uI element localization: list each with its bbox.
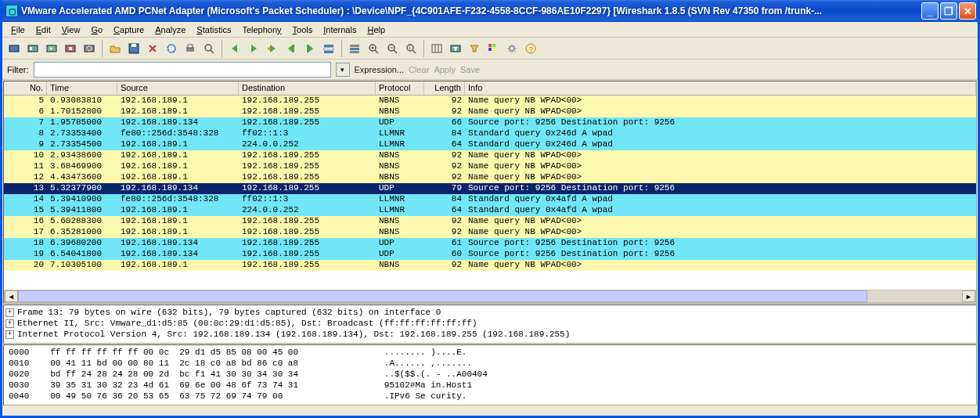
packet-row[interactable]: 102.93438600192.168.189.1192.168.189.255… <box>4 150 976 161</box>
menu-capture[interactable]: Capture <box>108 23 150 36</box>
packet-row[interactable]: 113.68469900192.168.189.1192.168.189.255… <box>4 161 976 172</box>
interfaces-button[interactable] <box>5 40 23 57</box>
scroll-right-button[interactable]: ► <box>962 290 975 302</box>
menu-view[interactable]: View <box>56 23 86 36</box>
last-button[interactable] <box>301 40 319 57</box>
menu-edit[interactable]: Edit <box>31 23 56 36</box>
filter-input[interactable] <box>34 62 331 77</box>
col-protocol[interactable]: Protocol <box>376 81 424 95</box>
maximize-button[interactable]: ❐ <box>940 2 957 20</box>
packet-bytes-pane[interactable]: 0000 ff ff ff ff ff ff 00 0c 29 d1 d5 85… <box>3 344 977 405</box>
scroll-left-button[interactable]: ◄ <box>5 290 18 302</box>
svg-marker-16 <box>251 45 257 52</box>
scroll-track[interactable] <box>18 290 962 302</box>
coloring-button[interactable] <box>485 40 502 57</box>
hex-row[interactable]: 0040 00 49 50 76 36 20 53 65 63 75 72 69… <box>9 391 971 402</box>
zoom-reset-button[interactable]: 1 <box>402 40 420 57</box>
detail-row[interactable]: +Ethernet II, Src: Vmware_d1:d5:85 (00:0… <box>5 318 975 329</box>
reload-button[interactable] <box>163 40 180 57</box>
cell-info: Standard query 0x246d A wpad <box>465 128 976 139</box>
save-icon <box>128 42 140 55</box>
first-button[interactable] <box>283 40 300 57</box>
menu-analyze[interactable]: Analyze <box>150 23 191 36</box>
prefs-button[interactable] <box>503 40 521 57</box>
expand-icon[interactable]: + <box>5 319 14 328</box>
resize-button[interactable] <box>428 40 445 57</box>
col-info[interactable]: Info <box>465 81 976 95</box>
packet-row[interactable]: 207.10305100192.168.189.1192.168.189.255… <box>4 260 976 271</box>
menu-go[interactable]: Go <box>85 23 108 36</box>
display-filter-button[interactable] <box>466 40 483 57</box>
minimize-button[interactable]: _ <box>921 2 939 20</box>
hex-row[interactable]: 0020 bd ff 24 28 24 28 00 2d bc f1 41 30… <box>9 369 971 380</box>
packet-row[interactable]: 145.39410900fe80::256d:3548:328ff02::1:3… <box>4 194 976 205</box>
packet-row[interactable]: 196.54041800192.168.189.134192.168.189.2… <box>4 249 976 260</box>
col-no[interactable]: No. <box>4 81 47 95</box>
stop-button[interactable] <box>62 40 79 57</box>
cell-info: Name query NB WPAD<00> <box>465 161 976 172</box>
packet-row[interactable]: 165.60288300192.168.189.1192.168.189.255… <box>4 216 976 227</box>
help-button[interactable]: ? <box>522 40 539 57</box>
cell-destination: 192.168.189.255 <box>239 183 376 194</box>
svg-rect-24 <box>324 48 333 50</box>
forward-button[interactable] <box>245 40 262 57</box>
scroll-thumb[interactable] <box>18 290 867 302</box>
cell-no: 17 <box>4 227 47 238</box>
packet-row[interactable]: 92.73354500192.168.189.1224.0.0.252LLMNR… <box>4 139 976 150</box>
cell-destination: 192.168.189.255 <box>239 260 376 271</box>
start-button[interactable] <box>43 40 60 57</box>
col-destination[interactable]: Destination <box>239 81 376 95</box>
packet-row[interactable]: 155.39411800192.168.189.1224.0.0.252LLMN… <box>4 205 976 216</box>
menu-file[interactable]: File <box>5 23 31 36</box>
find-button[interactable] <box>200 40 218 57</box>
packet-row[interactable]: 50.93083810192.168.189.1192.168.189.255N… <box>4 95 976 106</box>
filter-dropdown-button[interactable]: ▾ <box>336 63 350 77</box>
detail-row[interactable]: +Internet Protocol Version 4, Src: 192.1… <box>5 329 975 340</box>
packet-row[interactable]: 82.73353400fe80::256d:3548:328ff02::1:3L… <box>4 128 976 139</box>
packet-row[interactable]: 71.95785000192.168.189.134192.168.189.25… <box>4 117 976 128</box>
restart-button[interactable] <box>81 40 98 57</box>
packet-row[interactable]: 186.39680200192.168.189.134192.168.189.2… <box>4 238 976 249</box>
menu-statistics[interactable]: Statistics <box>191 23 236 36</box>
menu-help[interactable]: Help <box>362 23 391 36</box>
colorize-icon <box>322 42 335 55</box>
jump-button[interactable] <box>264 40 281 57</box>
hex-row[interactable]: 0030 39 35 31 30 32 23 4d 61 69 6e 00 48… <box>9 380 971 391</box>
back-button[interactable] <box>226 40 243 57</box>
col-length[interactable]: Length <box>424 81 465 95</box>
autoscroll-button[interactable] <box>346 40 363 57</box>
open-button[interactable] <box>106 40 124 57</box>
print-button[interactable] <box>182 40 199 57</box>
colorize-button[interactable] <box>320 40 337 57</box>
capture-filter-button[interactable] <box>447 40 464 57</box>
col-source[interactable]: Source <box>117 81 239 95</box>
packet-details-pane[interactable]: +Frame 13: 79 bytes on wire (632 bits), … <box>3 304 977 344</box>
expand-icon[interactable]: + <box>5 330 14 339</box>
cell-info: Source port: 9256 Destination port: 9256 <box>465 183 976 194</box>
packet-list-body[interactable]: 50.93083810192.168.189.1192.168.189.255N… <box>4 95 976 290</box>
menu-internals[interactable]: Internals <box>318 23 362 36</box>
svg-text:?: ? <box>529 45 533 53</box>
expand-icon[interactable]: + <box>5 308 14 317</box>
packet-row[interactable]: 61.70152800192.168.189.1192.168.189.255N… <box>4 106 976 117</box>
save-button[interactable] <box>125 40 142 57</box>
packet-row[interactable]: 135.32377900192.168.189.134192.168.189.2… <box>4 183 976 194</box>
window-title: VMware Accelerated AMD PCNet Adapter (Mi… <box>21 5 921 16</box>
zoom-in-button[interactable] <box>365 40 382 57</box>
packet-row[interactable]: 176.35281000192.168.189.1192.168.189.255… <box>4 227 976 238</box>
hex-row[interactable]: 0000 ff ff ff ff ff ff 00 0c 29 d1 d5 85… <box>9 347 971 358</box>
hex-row[interactable]: 0010 00 41 11 bd 00 00 80 11 2c 18 c0 a8… <box>9 358 971 369</box>
close-button[interactable] <box>144 40 161 57</box>
horizontal-scrollbar[interactable]: ◄ ► <box>4 290 976 303</box>
hex-offset: 0020 <box>9 369 40 380</box>
options-button[interactable] <box>24 40 41 57</box>
col-time[interactable]: Time <box>47 81 117 95</box>
packet-row[interactable]: 124.43473600192.168.189.1192.168.189.255… <box>4 172 976 183</box>
menu-telephony[interactable]: Telephony <box>236 23 286 36</box>
close-button[interactable]: ✕ <box>959 2 976 20</box>
detail-row[interactable]: +Frame 13: 79 bytes on wire (632 bits), … <box>5 307 975 318</box>
menu-tools[interactable]: Tools <box>287 23 319 36</box>
filter-expression-link[interactable]: Expression... <box>355 65 405 74</box>
zoom-out-button[interactable] <box>384 40 401 57</box>
cell-time: 1.95785000 <box>47 117 117 128</box>
